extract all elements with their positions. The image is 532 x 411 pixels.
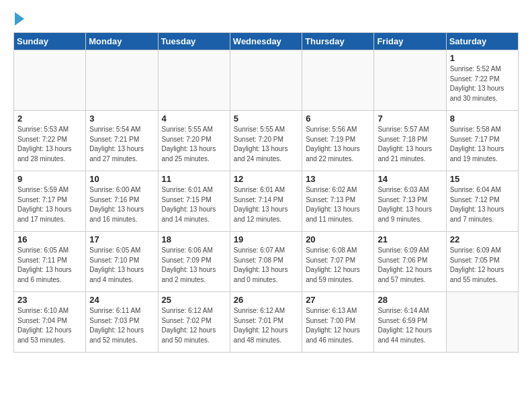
day-number: 7 xyxy=(378,113,442,124)
day-number: 25 xyxy=(162,295,226,305)
calendar-week-row: 16Sunrise: 6:05 AM Sunset: 7:11 PM Dayli… xyxy=(14,232,519,292)
day-info: Sunrise: 6:12 AM Sunset: 7:02 PM Dayligh… xyxy=(162,306,226,345)
calendar-cell: 3Sunrise: 5:54 AM Sunset: 7:21 PM Daylig… xyxy=(86,111,158,171)
day-number: 19 xyxy=(234,234,298,244)
day-number: 24 xyxy=(89,295,154,305)
weekday-header: Wednesday xyxy=(230,33,302,50)
calendar-cell: 25Sunrise: 6:12 AM Sunset: 7:02 PM Dayli… xyxy=(158,292,230,353)
day-info: Sunrise: 6:09 AM Sunset: 7:05 PM Dayligh… xyxy=(450,246,515,285)
calendar-cell: 23Sunrise: 6:10 AM Sunset: 7:04 PM Dayli… xyxy=(14,292,86,353)
calendar-cell: 7Sunrise: 5:57 AM Sunset: 7:18 PM Daylig… xyxy=(374,111,446,171)
calendar-cell: 20Sunrise: 6:08 AM Sunset: 7:07 PM Dayli… xyxy=(302,232,374,292)
calendar-cell: 6Sunrise: 5:56 AM Sunset: 7:19 PM Daylig… xyxy=(302,111,374,171)
day-info: Sunrise: 5:55 AM Sunset: 7:20 PM Dayligh… xyxy=(234,125,298,164)
day-number: 10 xyxy=(89,174,154,184)
day-number: 26 xyxy=(234,295,298,305)
calendar-header: SundayMondayTuesdayWednesdayThursdayFrid… xyxy=(14,33,519,50)
day-info: Sunrise: 6:01 AM Sunset: 7:14 PM Dayligh… xyxy=(234,185,298,224)
page-header xyxy=(13,13,519,26)
calendar-cell xyxy=(302,50,374,111)
day-number: 8 xyxy=(450,113,515,124)
day-number: 16 xyxy=(17,234,82,244)
weekday-header: Tuesday xyxy=(158,33,230,50)
calendar-cell: 16Sunrise: 6:05 AM Sunset: 7:11 PM Dayli… xyxy=(14,232,86,292)
logo-block xyxy=(13,13,24,26)
calendar-cell: 1Sunrise: 5:52 AM Sunset: 7:22 PM Daylig… xyxy=(446,50,518,111)
calendar-table: SundayMondayTuesdayWednesdayThursdayFrid… xyxy=(13,32,519,353)
calendar-cell xyxy=(86,50,158,111)
day-info: Sunrise: 5:59 AM Sunset: 7:17 PM Dayligh… xyxy=(17,185,82,224)
day-number: 28 xyxy=(378,295,442,305)
logo-arrow-icon xyxy=(15,12,24,26)
day-info: Sunrise: 5:55 AM Sunset: 7:20 PM Dayligh… xyxy=(162,125,226,164)
calendar-cell: 10Sunrise: 6:00 AM Sunset: 7:16 PM Dayli… xyxy=(86,171,158,232)
calendar-cell: 8Sunrise: 5:58 AM Sunset: 7:17 PM Daylig… xyxy=(446,111,518,171)
calendar-cell: 28Sunrise: 6:14 AM Sunset: 6:59 PM Dayli… xyxy=(374,292,446,353)
calendar-cell: 11Sunrise: 6:01 AM Sunset: 7:15 PM Dayli… xyxy=(158,171,230,232)
calendar-cell: 5Sunrise: 5:55 AM Sunset: 7:20 PM Daylig… xyxy=(230,111,302,171)
day-number: 14 xyxy=(378,174,442,184)
day-info: Sunrise: 5:54 AM Sunset: 7:21 PM Dayligh… xyxy=(89,125,154,164)
calendar-cell: 14Sunrise: 6:03 AM Sunset: 7:13 PM Dayli… xyxy=(374,171,446,232)
day-info: Sunrise: 6:03 AM Sunset: 7:13 PM Dayligh… xyxy=(378,185,442,224)
day-info: Sunrise: 5:53 AM Sunset: 7:22 PM Dayligh… xyxy=(17,125,82,164)
calendar-cell: 21Sunrise: 6:09 AM Sunset: 7:06 PM Dayli… xyxy=(374,232,446,292)
day-number: 11 xyxy=(162,174,226,184)
day-number: 6 xyxy=(306,113,370,124)
calendar-cell: 15Sunrise: 6:04 AM Sunset: 7:12 PM Dayli… xyxy=(446,171,518,232)
calendar-cell: 19Sunrise: 6:07 AM Sunset: 7:08 PM Dayli… xyxy=(230,232,302,292)
calendar-cell: 26Sunrise: 6:12 AM Sunset: 7:01 PM Dayli… xyxy=(230,292,302,353)
day-info: Sunrise: 6:02 AM Sunset: 7:13 PM Dayligh… xyxy=(306,185,370,224)
calendar-cell: 12Sunrise: 6:01 AM Sunset: 7:14 PM Dayli… xyxy=(230,171,302,232)
day-info: Sunrise: 5:52 AM Sunset: 7:22 PM Dayligh… xyxy=(450,64,515,103)
calendar-cell: 27Sunrise: 6:13 AM Sunset: 7:00 PM Dayli… xyxy=(302,292,374,353)
day-number: 4 xyxy=(162,113,226,124)
weekday-row: SundayMondayTuesdayWednesdayThursdayFrid… xyxy=(14,33,519,50)
calendar-week-row: 23Sunrise: 6:10 AM Sunset: 7:04 PM Dayli… xyxy=(14,292,519,353)
weekday-header: Monday xyxy=(86,33,158,50)
day-number: 27 xyxy=(306,295,370,305)
day-info: Sunrise: 6:07 AM Sunset: 7:08 PM Dayligh… xyxy=(234,246,298,285)
day-number: 1 xyxy=(450,53,515,63)
calendar-week-row: 2Sunrise: 5:53 AM Sunset: 7:22 PM Daylig… xyxy=(14,111,519,171)
day-info: Sunrise: 6:11 AM Sunset: 7:03 PM Dayligh… xyxy=(89,306,154,345)
day-number: 15 xyxy=(450,174,515,184)
calendar-cell xyxy=(158,50,230,111)
day-info: Sunrise: 6:10 AM Sunset: 7:04 PM Dayligh… xyxy=(17,306,82,345)
day-number: 12 xyxy=(234,174,298,184)
day-info: Sunrise: 6:06 AM Sunset: 7:09 PM Dayligh… xyxy=(162,246,226,285)
calendar-cell: 2Sunrise: 5:53 AM Sunset: 7:22 PM Daylig… xyxy=(14,111,86,171)
day-info: Sunrise: 6:08 AM Sunset: 7:07 PM Dayligh… xyxy=(306,246,370,285)
day-info: Sunrise: 6:05 AM Sunset: 7:10 PM Dayligh… xyxy=(89,246,154,285)
day-info: Sunrise: 6:05 AM Sunset: 7:11 PM Dayligh… xyxy=(17,246,82,285)
day-info: Sunrise: 6:09 AM Sunset: 7:06 PM Dayligh… xyxy=(378,246,442,285)
day-number: 20 xyxy=(306,234,370,244)
weekday-header: Sunday xyxy=(14,33,86,50)
day-number: 23 xyxy=(17,295,82,305)
day-number: 3 xyxy=(89,113,154,124)
day-info: Sunrise: 6:04 AM Sunset: 7:12 PM Dayligh… xyxy=(450,185,515,224)
calendar-cell: 22Sunrise: 6:09 AM Sunset: 7:05 PM Dayli… xyxy=(446,232,518,292)
calendar-week-row: 9Sunrise: 5:59 AM Sunset: 7:17 PM Daylig… xyxy=(14,171,519,232)
calendar-cell: 4Sunrise: 5:55 AM Sunset: 7:20 PM Daylig… xyxy=(158,111,230,171)
weekday-header: Friday xyxy=(374,33,446,50)
day-info: Sunrise: 5:57 AM Sunset: 7:18 PM Dayligh… xyxy=(378,125,442,164)
day-number: 18 xyxy=(162,234,226,244)
weekday-header: Thursday xyxy=(302,33,374,50)
calendar-cell xyxy=(446,292,518,353)
day-info: Sunrise: 6:13 AM Sunset: 7:00 PM Dayligh… xyxy=(306,306,370,345)
day-number: 22 xyxy=(450,234,515,244)
calendar-cell xyxy=(374,50,446,111)
day-info: Sunrise: 5:56 AM Sunset: 7:19 PM Dayligh… xyxy=(306,125,370,164)
logo xyxy=(13,13,24,26)
day-number: 13 xyxy=(306,174,370,184)
day-info: Sunrise: 6:00 AM Sunset: 7:16 PM Dayligh… xyxy=(89,185,154,224)
day-number: 17 xyxy=(89,234,154,244)
calendar-cell: 17Sunrise: 6:05 AM Sunset: 7:10 PM Dayli… xyxy=(86,232,158,292)
day-info: Sunrise: 5:58 AM Sunset: 7:17 PM Dayligh… xyxy=(450,125,515,164)
calendar-cell xyxy=(14,50,86,111)
calendar-cell: 13Sunrise: 6:02 AM Sunset: 7:13 PM Dayli… xyxy=(302,171,374,232)
calendar-week-row: 1Sunrise: 5:52 AM Sunset: 7:22 PM Daylig… xyxy=(14,50,519,111)
day-number: 5 xyxy=(234,113,298,124)
day-info: Sunrise: 6:01 AM Sunset: 7:15 PM Dayligh… xyxy=(162,185,226,224)
